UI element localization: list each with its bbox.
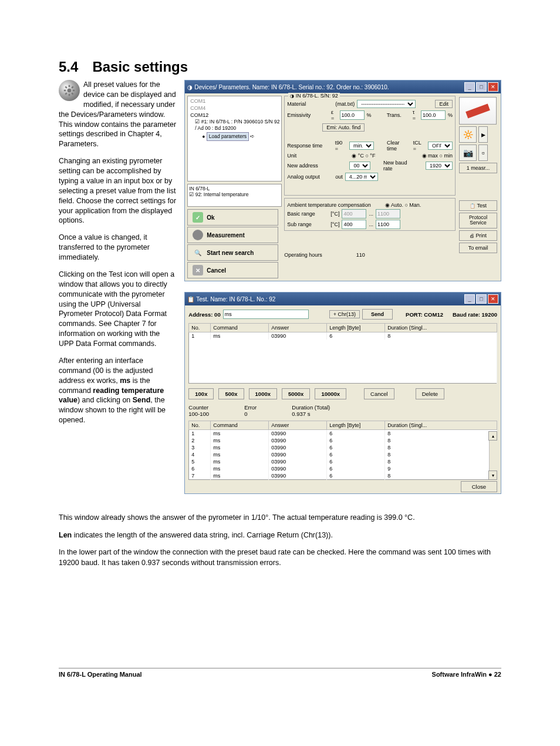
unit-f-radio[interactable]: °F — [370, 153, 375, 159]
page-footer: IN 6/78-L Operating Manual Software Infr… — [59, 668, 501, 678]
para-4: Clicking on the Test icon will open a wi… — [59, 270, 176, 349]
table-row: 3ms0399068 — [189, 444, 497, 451]
10000x-button[interactable]: 10000x — [315, 388, 346, 399]
cancel-button[interactable]: ✕Cancel — [187, 262, 278, 278]
protocol-service-button[interactable]: Protocol Service — [459, 213, 497, 228]
maximize-icon[interactable]: □ — [476, 294, 487, 304]
clear-time-label: Clear time — [387, 140, 411, 152]
sub-hi-input[interactable] — [376, 220, 400, 229]
to-email-button[interactable]: To email — [459, 243, 497, 253]
devices-parameters-window: ◑ Devices/ Parameters. Name: IN 6/78-L. … — [184, 80, 501, 281]
100x-button[interactable]: 100x — [188, 388, 214, 399]
window-title: Devices/ Parameters. Name: IN 6/78-L. Se… — [194, 84, 389, 90]
heading-title: Basic settings — [92, 59, 188, 75]
camera-icon[interactable]: 📷 — [459, 145, 477, 161]
1000x-button[interactable]: 1000x — [249, 388, 277, 399]
minimize-icon[interactable]: _ — [464, 294, 475, 304]
emissivity-label: Emissivity — [287, 112, 329, 118]
col-no: No. — [189, 324, 211, 332]
man-radio[interactable]: Man. — [409, 202, 421, 208]
material-label: Material — [287, 101, 333, 107]
unit-c-radio[interactable]: °C — [358, 153, 364, 159]
500x-button[interactable]: 500x — [218, 388, 244, 399]
pilot-icon[interactable]: 🔆 — [459, 126, 477, 143]
para-5: After entering an interface command (00 … — [59, 356, 176, 425]
expand-icon[interactable]: ▸ — [478, 126, 488, 143]
trans-input[interactable] — [421, 110, 446, 120]
table-row: 2ms0399068 — [189, 437, 497, 444]
new-baud-label: New baud rate — [383, 160, 416, 172]
min-radio[interactable]: min — [444, 153, 453, 159]
material-select[interactable]: ---------------------------- — [357, 100, 416, 108]
device-node[interactable]: #1: IN 6/78-L : P/N 3906010 S/N 92 / Ad … — [195, 119, 279, 131]
new-address-label: New address — [287, 163, 331, 169]
com1-item[interactable]: COM1 — [189, 98, 280, 105]
measurement-button[interactable]: Measurement — [187, 227, 278, 243]
mattxt: (mat.txt) — [335, 101, 355, 107]
table-row: 4ms0399068 — [189, 451, 497, 458]
table-row: 1ms0399068 — [189, 332, 497, 340]
window-icon: 📋 — [187, 296, 194, 303]
close-icon[interactable]: ✕ — [488, 82, 498, 92]
ok-button[interactable]: ✓Ok — [187, 209, 278, 226]
cancel-loop-button[interactable]: Cancel — [364, 388, 394, 399]
col-command: Command — [211, 324, 269, 332]
com-tree[interactable]: COM1 COM4 COM12 ☑ #1: IN 6/78-L : P/N 39… — [187, 96, 282, 182]
trans-label: Trans. — [387, 112, 402, 118]
baud-rate-label: Baud rate: 19200 — [453, 311, 497, 318]
test-window: 📋 Test. Name: IN 6/78-L. No.: 92 _ □ ✕ A… — [184, 292, 501, 494]
bottom-2: Len indicates the length of the answered… — [59, 530, 501, 541]
analog-select[interactable]: 4...20 mA — [345, 173, 378, 181]
print-button[interactable]: 🖨 Print — [459, 230, 497, 241]
emissivity-input[interactable] — [340, 110, 365, 120]
address-select[interactable]: 00 — [349, 162, 370, 170]
edit-button[interactable]: Edit — [435, 100, 453, 108]
internal-temp-item[interactable]: 92: Internal temperature — [195, 191, 249, 197]
delete-button[interactable]: Delete — [416, 388, 444, 399]
load-parameters[interactable]: Load parameters — [207, 132, 249, 141]
para-2: Changing an existing pyrometer setting c… — [59, 156, 176, 226]
svg-point-0 — [68, 89, 72, 93]
footer-left: IN 6/78-L Operating Manual — [59, 671, 142, 678]
close-button[interactable]: Close — [461, 481, 497, 492]
close-icon[interactable]: ✕ — [488, 294, 498, 304]
device-list[interactable]: IN 6/78-L ☑ 92: Internal temperature — [187, 184, 282, 207]
analog-output-label: Analog output — [287, 174, 333, 180]
basic-lo — [342, 209, 366, 219]
baud-select[interactable]: 19200 — [426, 162, 453, 170]
command-input[interactable] — [223, 310, 309, 319]
device-thumbnail — [459, 97, 497, 125]
max-radio[interactable]: max — [428, 153, 438, 159]
test-button[interactable]: 📋 Test — [459, 200, 497, 211]
start-new-search-button[interactable]: 🔍Start new search — [187, 244, 278, 261]
chr13-button[interactable]: + Chr(13) — [329, 310, 360, 318]
response-select[interactable]: min. — [349, 142, 374, 150]
sub-lo-input[interactable] — [342, 220, 366, 229]
counter-value: 100-100 — [188, 411, 209, 417]
com12-item[interactable]: COM12 — [189, 112, 280, 119]
cleartime-select[interactable]: OFF — [428, 142, 453, 150]
send-button[interactable]: Send — [362, 309, 393, 320]
test-titlebar[interactable]: 📋 Test. Name: IN 6/78-L. No.: 92 _ □ ✕ — [185, 293, 501, 305]
len-bold: Len — [59, 531, 72, 539]
basic-range-label: Basic range — [287, 211, 328, 217]
com4-item[interactable]: COM4 — [189, 105, 280, 112]
titlebar[interactable]: ◑ Devices/ Parameters. Name: IN 6/78-L. … — [185, 80, 501, 93]
scroll-down-icon[interactable]: ▾ — [488, 471, 497, 480]
result-table-2: No. Command Answer Length [Byte] Duratio… — [188, 421, 497, 480]
1-measr-button[interactable]: 1 measr... — [459, 163, 497, 173]
minimize-icon[interactable]: _ — [464, 82, 475, 92]
emi-auto-find-button[interactable]: Emi: Auto. find — [322, 123, 365, 132]
maximize-icon[interactable]: □ — [476, 82, 487, 92]
auto-radio[interactable]: Auto. — [391, 202, 403, 208]
address-label: Address: 00 — [188, 311, 220, 318]
svg-line-7 — [65, 93, 67, 95]
expand-icon-2[interactable]: ▫ — [478, 145, 488, 161]
5000x-button[interactable]: 5000x — [282, 388, 310, 399]
col-duration: Duration (Singl... — [385, 324, 497, 332]
table-row: 7ms0399068 — [189, 472, 497, 480]
sub-range-label: Sub range — [287, 221, 328, 227]
scroll-up-icon[interactable]: ▴ — [488, 431, 497, 441]
para-3: Once a value is changed, it transferred … — [59, 233, 176, 263]
table-row: 1ms0399068 — [189, 430, 497, 438]
